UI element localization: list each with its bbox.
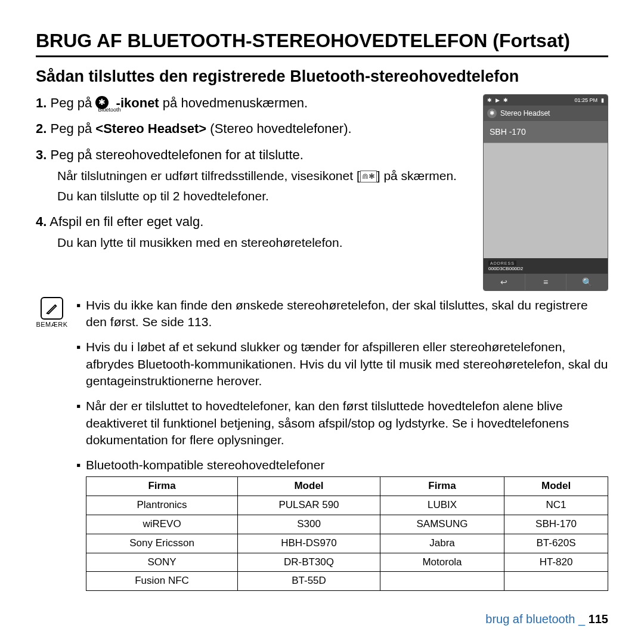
step-4-number: 4. <box>36 214 47 229</box>
bluetooth-header-icon: ✱ <box>487 109 497 118</box>
page-footer: brug af bluetooth _ 115 <box>485 612 608 626</box>
back-icon: ↩ <box>484 274 525 290</box>
address-value: 000D3CB000D2 <box>488 266 523 271</box>
step-4-sub: Du kan lytte til musikken med en stereoh… <box>57 234 471 251</box>
cell: LUBIX <box>380 496 504 515</box>
section-title: Sådan tilsluttes den registrerede Blueto… <box>36 68 608 86</box>
cell: Fusion NFC <box>86 572 238 591</box>
step-3-sub2: Du kan tilslutte op til 2 hovedtelefoner… <box>57 188 471 205</box>
table-caption: Bluetooth-kompatible stereohovedtelefone… <box>86 457 608 473</box>
compat-table: Firma Model Firma Model Plantronics PULS… <box>86 476 608 592</box>
step-2-bold: <Stereo Headset> <box>95 121 206 136</box>
step-3-sub1-a: Når tilslutningen er udført tilfredsstil… <box>57 169 360 182</box>
step-1-text-c: på hovedmenuskærmen. <box>159 95 308 110</box>
device-list-empty <box>484 143 608 258</box>
bt-small-icon: ✱ <box>503 97 508 103</box>
step-1-number: 1. <box>36 95 47 110</box>
step-4: 4. Afspil en fil efter eget valg. Du kan… <box>36 213 471 251</box>
note-label: BEMÆRK <box>36 321 68 328</box>
clock: 01:25 PM <box>574 97 597 103</box>
cell: BT-55D <box>238 572 380 591</box>
step-2: 2. Peg på <Stereo Headset> (Stereo hoved… <box>36 120 471 138</box>
address-label: ADDRESS <box>488 261 516 266</box>
note-icon <box>41 297 63 320</box>
cell: SAMSUNG <box>380 515 504 534</box>
screen-header: ✱ Stereo Headset <box>484 106 608 121</box>
th-firma-1: Firma <box>86 476 238 496</box>
address-panel: ADDRESS 000D3CB000D2 <box>484 258 608 274</box>
cell: HT-820 <box>504 553 608 572</box>
cell: Motorola <box>380 553 504 572</box>
step-2-text-a: Peg på <box>50 121 95 136</box>
cell <box>380 572 504 591</box>
step-3-text: Peg på stereohovedtelefonen for at tilsl… <box>50 147 303 162</box>
cell: HBH-DS970 <box>238 534 380 553</box>
note-p1: Hvis du ikke kan finde den ønskede stere… <box>86 297 608 331</box>
cell: NC1 <box>504 496 608 515</box>
cell: Plantronics <box>86 496 238 515</box>
note-p2: Hvis du i løbet af et sekund slukker og … <box>86 339 608 389</box>
footer-text: brug af bluetooth _ <box>485 612 585 626</box>
step-3-number: 3. <box>36 147 47 162</box>
table-row: wiREVO S300 SAMSUNG SBH-170 <box>86 515 608 534</box>
page-number: 115 <box>589 612 608 626</box>
step-4-text: Afspil en fil efter eget valg. <box>49 214 203 229</box>
cell: Sony Ericsson <box>86 534 238 553</box>
cell: SONY <box>86 553 238 572</box>
step-3-sub1: Når tilslutningen er udført tilfredsstil… <box>57 168 471 184</box>
play-status-icon: ▶ <box>496 97 500 103</box>
cell: PULSAR 590 <box>238 496 380 515</box>
search-icon: 🔍 <box>566 274 608 290</box>
step-2-number: 2. <box>36 121 47 136</box>
cell: Jabra <box>380 534 504 553</box>
page-title: BRUG AF BLUETOOTH-STEREOHOVEDTELEFON (Fo… <box>36 30 608 57</box>
cell: SBH-170 <box>504 515 608 534</box>
status-bar: ✱ ▶ ✱ 01:25 PM ▮ <box>484 95 608 106</box>
device-list-item: SBH -170 <box>484 121 608 143</box>
table-row: SONY DR-BT30Q Motorola HT-820 <box>86 553 608 572</box>
table-row: Plantronics PULSAR 590 LUBIX NC1 <box>86 496 608 515</box>
step-3: 3. Peg på stereohovedtelefonen for at ti… <box>36 146 471 205</box>
step-1: 1. Peg på ✱ Bluetooth -ikonet på hovedme… <box>36 94 471 112</box>
th-firma-2: Firma <box>380 476 504 496</box>
table-header-row: Firma Model Firma Model <box>86 476 608 496</box>
step-2-text-c: (Stereo hovedtelefoner). <box>206 121 351 136</box>
cell: BT-620S <box>504 534 608 553</box>
th-model-2: Model <box>504 476 608 496</box>
th-model-1: Model <box>238 476 380 496</box>
headphone-bt-icon: ⋒✱ <box>360 171 377 182</box>
cell: S300 <box>238 515 380 534</box>
screen-header-text: Stereo Headset <box>500 109 550 117</box>
cell: DR-BT30Q <box>238 553 380 572</box>
device-screenshot: ✱ ▶ ✱ 01:25 PM ▮ ✱ Stereo Headset SBH -1… <box>483 94 608 291</box>
table-row: Sony Ericsson HBH-DS970 Jabra BT-620S <box>86 534 608 553</box>
note-p3: Når der er tilsluttet to hovedtelefoner,… <box>86 398 608 448</box>
nav-bar: ↩ ≡ 🔍 <box>484 274 608 290</box>
step-1-text-a: Peg på <box>50 95 95 110</box>
step-3-sub1-b: ] på skærmen. <box>377 169 457 182</box>
table-row: Fusion NFC BT-55D <box>86 572 608 591</box>
battery-icon: ▮ <box>601 97 604 103</box>
bluetooth-status-icon: ✱ <box>487 97 492 103</box>
menu-icon: ≡ <box>525 274 567 290</box>
cell: wiREVO <box>86 515 238 534</box>
cell <box>504 572 608 591</box>
step-1-bold: -ikonet <box>116 95 159 110</box>
